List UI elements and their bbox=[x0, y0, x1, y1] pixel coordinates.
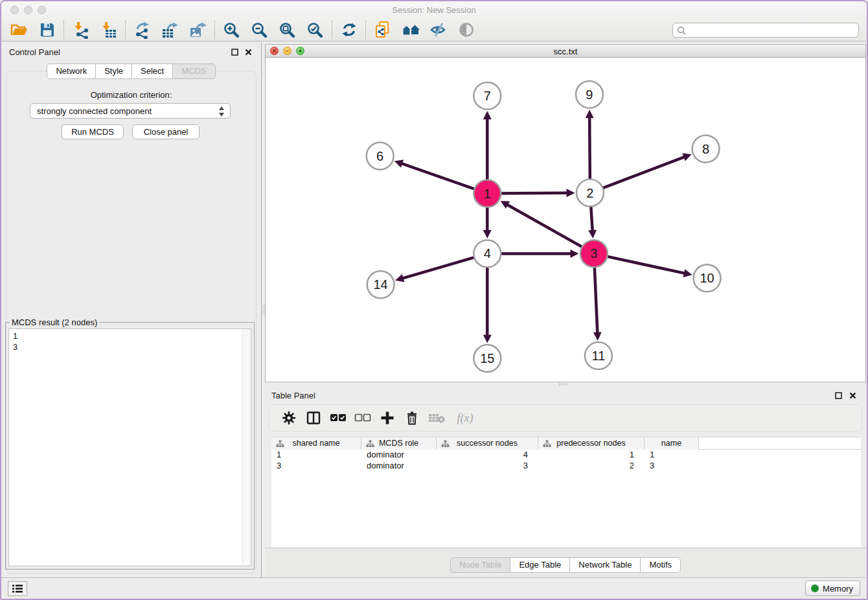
graph-edge-2-8[interactable] bbox=[590, 154, 692, 193]
control-panel-title: Control Panel bbox=[9, 47, 60, 57]
column-label: successor nodes bbox=[457, 439, 518, 448]
show-column-button[interactable] bbox=[303, 408, 324, 428]
graph-edge-4-14[interactable] bbox=[395, 253, 487, 282]
tab-edge-table[interactable]: Edge Table bbox=[510, 557, 570, 573]
refresh-button[interactable] bbox=[335, 19, 363, 40]
export-image-button[interactable] bbox=[184, 19, 212, 40]
network-canvas[interactable]: 7968124314101511 bbox=[265, 58, 866, 382]
close-panel-button[interactable]: Close panel bbox=[132, 124, 200, 139]
network-title: scc.txt bbox=[266, 47, 865, 56]
create-column-button[interactable] bbox=[377, 408, 398, 428]
titlebar: Session: New Session bbox=[1, 1, 867, 18]
graph-node-11[interactable]: 11 bbox=[585, 342, 612, 369]
select-all-columns-button[interactable] bbox=[328, 408, 348, 428]
search-field bbox=[672, 23, 859, 38]
cell-shared-name[interactable]: 1 bbox=[271, 450, 361, 461]
open-session-button[interactable] bbox=[5, 19, 33, 40]
result-scrollbar[interactable] bbox=[242, 329, 251, 566]
cell-name[interactable]: 1 bbox=[645, 450, 699, 461]
eye-slash-icon bbox=[429, 21, 448, 38]
houses-icon bbox=[401, 21, 420, 38]
cell-successor-nodes[interactable]: 3 bbox=[437, 461, 538, 472]
cell-successor-nodes[interactable]: 4 bbox=[437, 450, 538, 461]
zoom-in-icon bbox=[223, 21, 240, 39]
zoom-fit-button[interactable] bbox=[273, 19, 301, 40]
run-mcds-button[interactable]: Run MCDS bbox=[62, 124, 124, 139]
graph-node-1[interactable]: 1 bbox=[474, 180, 501, 207]
columns-icon bbox=[306, 411, 321, 425]
zoom-out-button[interactable] bbox=[246, 19, 273, 40]
table-row[interactable]: 3dominator323 bbox=[271, 461, 861, 472]
clone-network-button[interactable] bbox=[369, 19, 396, 40]
splitter-grip[interactable] bbox=[558, 383, 568, 386]
table-row[interactable]: 1dominator411 bbox=[271, 450, 861, 461]
import-network-button[interactable] bbox=[67, 19, 95, 40]
import-table-icon bbox=[100, 21, 118, 39]
column-header-shared-name[interactable]: shared name bbox=[271, 437, 361, 450]
svg-text:14: 14 bbox=[374, 277, 388, 292]
graph-edge-1-6[interactable] bbox=[394, 160, 488, 194]
search-icon bbox=[677, 26, 687, 36]
export-network-button[interactable] bbox=[128, 19, 156, 40]
zoom-selected-button[interactable] bbox=[301, 19, 329, 40]
graph-node-3[interactable]: 3 bbox=[580, 240, 608, 267]
graph-edge-3-1[interactable] bbox=[501, 201, 594, 253]
mcds-result-textarea[interactable]: 13 bbox=[8, 329, 251, 566]
search-input[interactable] bbox=[689, 24, 854, 36]
mcds-result-group: MCDS result (2 nodes) 13 bbox=[5, 317, 255, 570]
table-settings-button[interactable] bbox=[279, 408, 299, 428]
export-table-button[interactable] bbox=[156, 19, 184, 40]
memory-button[interactable]: Memory bbox=[805, 581, 860, 596]
graph-node-2[interactable]: 2 bbox=[577, 179, 604, 207]
graph-node-14[interactable]: 14 bbox=[367, 271, 394, 298]
column-header-successor-nodes[interactable]: successor nodes bbox=[437, 437, 538, 450]
delete-table-button-disabled bbox=[426, 408, 447, 428]
cell-mcds-role[interactable]: dominator bbox=[361, 461, 437, 472]
column-header-predecessor-nodes[interactable]: predecessor nodes bbox=[538, 437, 645, 450]
hide-selected-button[interactable] bbox=[424, 19, 452, 40]
graph-node-10[interactable]: 10 bbox=[694, 264, 721, 292]
column-label: shared name bbox=[293, 439, 340, 448]
tab-network-table[interactable]: Network Table bbox=[569, 557, 641, 573]
float-panel-icon[interactable] bbox=[834, 391, 843, 400]
save-session-button[interactable] bbox=[33, 19, 61, 40]
graph-node-15[interactable]: 15 bbox=[474, 345, 501, 372]
task-history-button[interactable] bbox=[8, 581, 27, 596]
svg-text:9: 9 bbox=[586, 87, 593, 102]
toolbar-separator bbox=[63, 21, 64, 39]
tab-style[interactable]: Style bbox=[95, 63, 132, 79]
delete-column-button[interactable] bbox=[402, 408, 422, 428]
cell-mcds-role[interactable]: dominator bbox=[361, 450, 437, 461]
show-hidden-button[interactable] bbox=[452, 19, 480, 40]
column-header-mcds-role[interactable]: MCDS role bbox=[361, 437, 437, 450]
unselect-all-columns-button[interactable] bbox=[352, 408, 373, 428]
table-body: 1dominator4113dominator323 bbox=[271, 450, 861, 471]
graph-edge-3-10[interactable] bbox=[594, 253, 692, 277]
tab-node-table[interactable]: Node Table bbox=[450, 557, 511, 573]
close-panel-icon[interactable] bbox=[849, 391, 857, 400]
mcds-result-title: MCDS result (2 nodes) bbox=[10, 317, 99, 327]
tab-mcds[interactable]: MCDS bbox=[172, 63, 215, 79]
import-table-button[interactable] bbox=[95, 19, 122, 40]
column-header-name[interactable]: name bbox=[645, 437, 699, 450]
tab-network[interactable]: Network bbox=[47, 63, 96, 79]
graph-node-9[interactable]: 9 bbox=[576, 81, 603, 108]
close-panel-icon[interactable] bbox=[244, 48, 253, 56]
graph-node-4[interactable]: 4 bbox=[474, 240, 501, 267]
zoom-in-button[interactable] bbox=[218, 19, 246, 40]
table-toolbar: f(x) bbox=[269, 404, 862, 432]
svg-text:2: 2 bbox=[586, 186, 593, 200]
tab-motifs[interactable]: Motifs bbox=[640, 557, 681, 573]
graph-node-7[interactable]: 7 bbox=[474, 82, 501, 110]
cell-shared-name[interactable]: 3 bbox=[271, 461, 361, 472]
houses-button[interactable] bbox=[396, 19, 424, 40]
table-type-tabs: Node TableEdge TableNetwork TableMotifs bbox=[265, 557, 866, 573]
cell-predecessor-nodes[interactable]: 2 bbox=[538, 461, 645, 472]
graph-node-6[interactable]: 6 bbox=[367, 143, 394, 170]
float-panel-icon[interactable] bbox=[231, 48, 239, 56]
cell-name[interactable]: 3 bbox=[645, 461, 699, 472]
graph-node-8[interactable]: 8 bbox=[692, 135, 720, 163]
cell-predecessor-nodes[interactable]: 1 bbox=[538, 450, 645, 461]
criterion-dropdown[interactable]: strongly connected component bbox=[30, 103, 231, 119]
tab-select[interactable]: Select bbox=[131, 63, 173, 79]
